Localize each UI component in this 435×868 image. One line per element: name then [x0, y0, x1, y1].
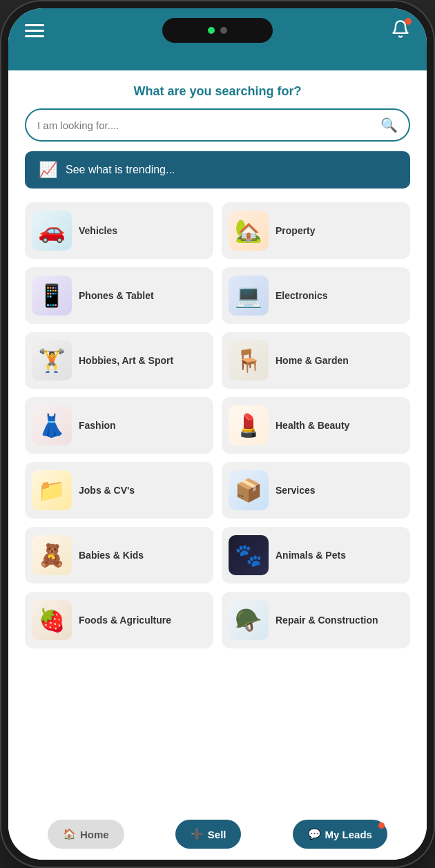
home-nav-button[interactable]: 🏠 Home [48, 820, 124, 849]
health-icon: 💄 [229, 405, 269, 445]
category-services[interactable]: 📦Services [222, 462, 410, 519]
phone-inner: What are you searching for? 🔍 📈 See what… [8, 8, 427, 860]
category-hobbies[interactable]: 🏋️Hobbies, Art & Sport [25, 332, 213, 389]
category-grid: 🚗Vehicles🏡Property📱Phones & Tablet💻Elect… [22, 202, 413, 648]
fashion-label: Fashion [79, 419, 116, 432]
phone-shell: What are you searching for? 🔍 📈 See what… [0, 0, 435, 868]
category-vehicles[interactable]: 🚗Vehicles [25, 202, 213, 259]
sell-plus-icon: ➕ [191, 828, 204, 840]
leads-dot [378, 822, 385, 829]
leads-label: My Leads [325, 829, 372, 840]
search-title: What are you searching for? [22, 70, 413, 108]
category-electronics[interactable]: 💻Electronics [222, 267, 410, 324]
sell-label: Sell [208, 829, 226, 840]
foods-icon: 🍓 [32, 600, 72, 640]
property-icon: 🏡 [229, 211, 269, 251]
notification-bell[interactable] [391, 19, 410, 41]
phones-icon: 📱 [32, 276, 72, 316]
foods-label: Foods & Agriculture [79, 614, 171, 626]
category-health[interactable]: 💄Health & Beauty [222, 397, 410, 454]
search-icon[interactable]: 🔍 [380, 117, 398, 133]
services-label: Services [276, 484, 316, 496]
babies-label: Babies & Kids [79, 549, 144, 561]
content-area: What are you searching for? 🔍 📈 See what… [8, 70, 427, 860]
trending-label: See what is trending... [66, 164, 175, 176]
trending-button[interactable]: 📈 See what is trending... [25, 151, 410, 189]
search-input[interactable] [37, 119, 380, 131]
sell-nav-button[interactable]: ➕ Sell [175, 820, 242, 849]
category-phones[interactable]: 📱Phones & Tablet [25, 267, 213, 324]
jobs-icon: 📁 [32, 470, 72, 510]
bottom-nav: 🏠 Home ➕ Sell 💬 My Leads [8, 820, 427, 849]
category-animals[interactable]: 🐾Animals & Pets [222, 527, 410, 584]
category-property[interactable]: 🏡Property [222, 202, 410, 259]
sensor-dot [220, 27, 227, 34]
camera-dot [208, 27, 215, 34]
hamburger-icon[interactable] [25, 24, 44, 37]
hobbies-label: Hobbies, Art & Sport [79, 354, 173, 367]
electronics-icon: 💻 [229, 276, 269, 316]
category-fashion[interactable]: 👗Fashion [25, 397, 213, 454]
home-icon: 🏠 [63, 828, 76, 840]
home-label: Home [80, 829, 109, 840]
property-label: Property [276, 224, 316, 237]
leads-icon: 💬 [308, 828, 321, 840]
electronics-label: Electronics [276, 289, 327, 302]
status-bar [8, 8, 427, 50]
vehicles-icon: 🚗 [32, 211, 72, 251]
health-label: Health & Beauty [276, 419, 349, 432]
repair-icon: 🪖 [229, 600, 269, 640]
fashion-icon: 👗 [32, 405, 72, 445]
trending-icon: 📈 [39, 161, 57, 179]
category-repair[interactable]: 🪖Repair & Construction [222, 592, 410, 648]
hobbies-icon: 🏋️ [32, 340, 72, 380]
category-home[interactable]: 🪑Home & Garden [222, 332, 410, 389]
category-babies[interactable]: 🧸Babies & Kids [25, 527, 213, 584]
search-bar[interactable]: 🔍 [25, 108, 410, 142]
animals-icon: 🐾 [229, 535, 269, 575]
services-icon: 📦 [229, 470, 269, 510]
teal-bg [8, 50, 427, 70]
notch [162, 18, 273, 43]
babies-icon: 🧸 [32, 535, 72, 575]
repair-label: Repair & Construction [276, 614, 378, 626]
category-jobs[interactable]: 📁Jobs & CV's [25, 462, 213, 519]
jobs-label: Jobs & CV's [79, 484, 135, 496]
notification-dot [405, 18, 412, 25]
animals-label: Animals & Pets [276, 549, 346, 561]
home-icon: 🪑 [229, 340, 269, 380]
home-label: Home & Garden [276, 354, 349, 367]
category-foods[interactable]: 🍓Foods & Agriculture [25, 592, 213, 648]
vehicles-label: Vehicles [79, 224, 117, 237]
leads-nav-button[interactable]: 💬 My Leads [293, 820, 387, 849]
phones-label: Phones & Tablet [79, 289, 154, 302]
